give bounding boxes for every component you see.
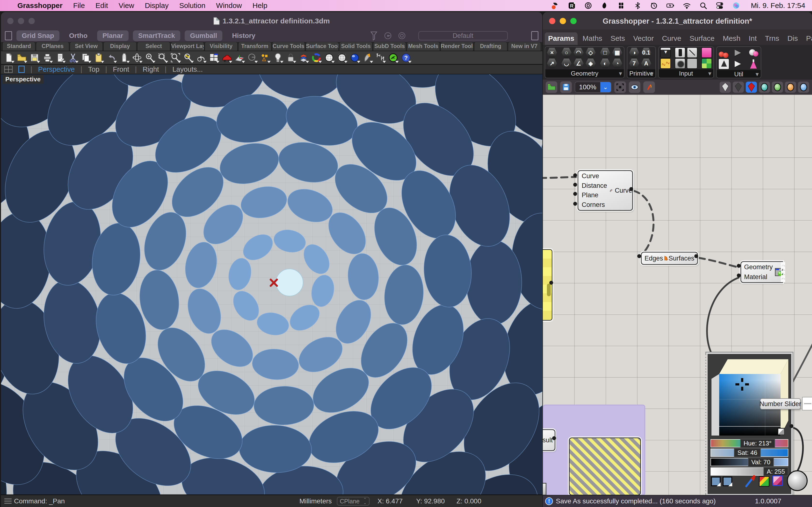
input-distance[interactable]: Distance	[582, 182, 607, 189]
port-geometry-in[interactable]	[737, 264, 741, 268]
wifi-icon[interactable]	[683, 1, 691, 10]
geometry-pipeline-icon[interactable]: ×	[547, 47, 557, 58]
cplane-dropdown[interactable]: CPlane⌃⌄	[337, 497, 369, 506]
car-icon[interactable]	[221, 52, 232, 63]
menu-item-view[interactable]: View	[119, 1, 134, 10]
input-edges[interactable]: Edges	[645, 255, 663, 262]
help-icon[interactable]: ?	[400, 52, 412, 63]
input-corners[interactable]: Corners	[582, 201, 607, 209]
integer-icon[interactable]: 7	[629, 58, 640, 69]
zoom-selected-icon[interactable]	[183, 52, 194, 63]
input-geometry[interactable]: Geometry	[744, 264, 773, 271]
toggle-planar[interactable]: Planar	[97, 31, 129, 41]
rhino-tab-transform[interactable]: Transform	[238, 42, 271, 51]
port-plane-in[interactable]	[573, 192, 577, 196]
dimension-icon[interactable]	[375, 52, 386, 63]
surface-icon[interactable]: ◇	[585, 47, 596, 58]
port-material-in[interactable]	[737, 274, 741, 277]
spotlight-icon[interactable]	[362, 52, 373, 63]
ball-orange-icon[interactable]	[785, 81, 796, 93]
rhino-tab-select[interactable]: Select	[137, 42, 170, 51]
zoom-dropdown[interactable]: 100% ⌄	[575, 81, 611, 93]
menu-item-help[interactable]: Help	[253, 1, 267, 10]
ball-green-icon[interactable]	[772, 81, 783, 93]
box-icon[interactable]: □	[600, 47, 610, 58]
curve-icon[interactable]: ◠	[573, 47, 584, 58]
view-undo-icon[interactable]	[196, 52, 207, 63]
port-distance-in[interactable]	[573, 183, 577, 187]
sidebar-panel-icon[interactable]	[5, 31, 12, 40]
picker-ball-handle[interactable]	[787, 470, 808, 491]
vis-objects-icon[interactable]	[260, 52, 271, 63]
gh-menu-dis[interactable]: Dis	[784, 32, 801, 45]
port-surfaces-out[interactable]	[694, 254, 698, 258]
lock-icon[interactable]	[285, 52, 296, 63]
view-tab-right[interactable]: Right	[143, 65, 159, 73]
warning-panel-node[interactable]	[569, 438, 641, 495]
wire-pen-button[interactable]	[643, 81, 655, 93]
palette-group-label[interactable]: Geometry	[545, 69, 624, 78]
hsv-cube-icon[interactable]	[772, 475, 783, 486]
val-slider[interactable]: Val: 70	[711, 458, 788, 466]
single-viewport-icon[interactable]	[18, 66, 24, 73]
port-curve-out[interactable]	[629, 187, 633, 191]
jump-icon[interactable]	[733, 58, 744, 69]
copy-icon[interactable]	[80, 52, 91, 63]
zoom-extents-button[interactable]	[614, 81, 626, 93]
save-file-button[interactable]	[560, 81, 572, 93]
gh-menu-sets[interactable]: Sets	[607, 32, 628, 45]
polyline-icon[interactable]: ∠	[573, 58, 584, 69]
rhino-tab-curve-tools[interactable]: Curve Tools	[272, 42, 305, 51]
rhino-tab-display[interactable]: Display	[103, 42, 136, 51]
input-material[interactable]: Material	[744, 273, 773, 281]
four-viewport-icon[interactable]	[4, 66, 12, 73]
clipping-icon[interactable]	[383, 31, 393, 41]
menu-clock[interactable]: Mi. 9. Feb. 17:54	[751, 1, 805, 10]
brep-icon[interactable]: ◔	[612, 58, 622, 69]
open-folder-icon[interactable]	[16, 52, 27, 63]
port-result-out[interactable]	[552, 436, 556, 440]
input-plane[interactable]: Plane	[582, 191, 607, 199]
palette-group-label[interactable]: Util	[717, 70, 761, 78]
gh-panel-node[interactable]	[543, 249, 552, 321]
colour-cube[interactable]	[710, 356, 789, 436]
rhino-tab-drafting[interactable]: Drafting	[474, 42, 507, 51]
undo-icon[interactable]	[106, 52, 117, 63]
open-file-button[interactable]	[546, 81, 557, 93]
rhino-viewport[interactable]: Perspective z y x	[1, 74, 542, 496]
password-icon[interactable]	[617, 1, 625, 10]
rhino-tab-new-in-v7[interactable]: New in V7	[508, 42, 541, 51]
siri-icon[interactable]	[732, 1, 740, 10]
output-surfaces[interactable]: Surfaces	[668, 255, 694, 262]
panel-grip[interactable]	[547, 284, 551, 296]
menu-item-display[interactable]: Display	[145, 1, 168, 10]
rhino-tab-surface-tools[interactable]: Surface Tools	[306, 42, 339, 51]
bluetooth-icon[interactable]	[633, 1, 642, 10]
toggle-gumball[interactable]: Gumball	[185, 31, 222, 41]
port-edges-in[interactable]	[637, 254, 641, 258]
filter-funnel-icon[interactable]	[369, 31, 379, 41]
tree-icon[interactable]	[718, 58, 729, 69]
hue-slider[interactable]: Hue: 213°	[711, 439, 788, 447]
notes-icon[interactable]	[55, 52, 66, 63]
lightbulb-icon[interactable]	[272, 52, 284, 63]
eyedropper-icon[interactable]	[744, 475, 757, 488]
toggle-history[interactable]: History	[227, 31, 260, 41]
sphere-icon[interactable]: ◐	[600, 58, 610, 69]
target-icon[interactable]	[397, 31, 407, 41]
rhino-tab-visibility[interactable]: Visibility	[205, 42, 238, 51]
mesh-icon[interactable]: ▦	[612, 47, 622, 58]
toggle-grid-snap[interactable]: Grid Snap	[16, 31, 59, 41]
gh-canvas[interactable]: Curve Distance Plane Corners Curve Edges	[543, 95, 812, 495]
save-icon[interactable]	[29, 52, 40, 63]
gh-menu-panelingtools[interactable]: PanelingTools	[803, 32, 812, 45]
knob-icon[interactable]	[675, 58, 686, 69]
clipped-node[interactable]	[543, 483, 546, 495]
new-file-icon[interactable]	[3, 52, 14, 63]
gh-menu-mesh[interactable]: Mesh	[719, 32, 744, 45]
import-icon[interactable]	[660, 47, 671, 58]
timemachine-icon[interactable]	[650, 1, 658, 10]
rhino-tab-subd-tools[interactable]: SubD Tools	[373, 42, 406, 51]
hidden-circle-icon[interactable]	[247, 52, 258, 63]
scribble-icon[interactable]	[660, 58, 671, 69]
